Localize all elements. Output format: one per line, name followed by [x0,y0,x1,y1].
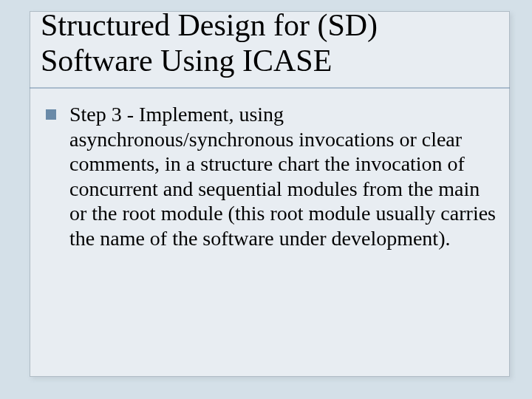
square-bullet-icon [46,109,56,120]
title-underline [30,87,510,89]
title-line-1: Structured Design for (SD) [41,8,378,42]
bullet-item: Step 3 - Implement, using asynchronous/s… [46,102,497,251]
bullet-text: Step 3 - Implement, using asynchronous/s… [69,102,497,251]
slide-title: Structured Design for (SD) Software Usin… [41,7,502,79]
title-line-2: Software Using ICASE [41,44,332,78]
